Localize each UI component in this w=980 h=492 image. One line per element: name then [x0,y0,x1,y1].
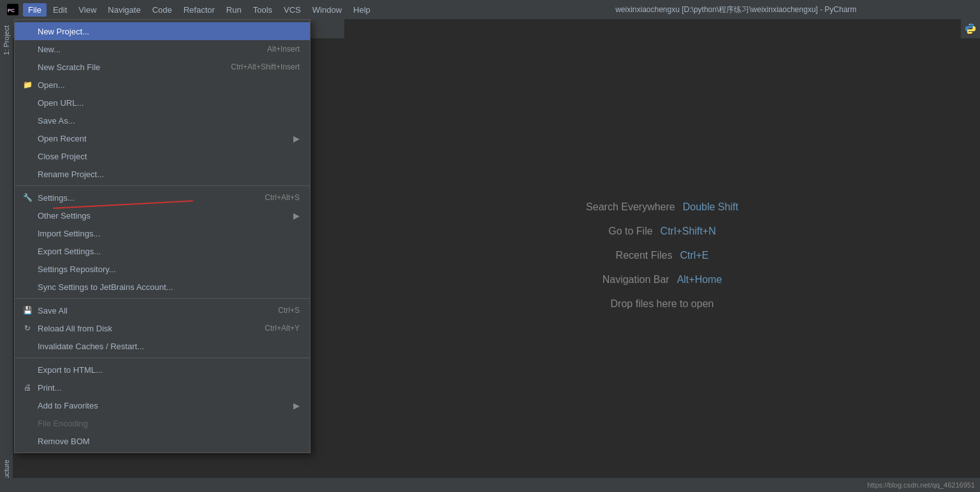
window-title: weixinxiaochengxu [D:\python\程序练习\weixin… [499,4,974,15]
wrench-icon: 🔧 [22,193,33,202]
new-scratch-shortcut: Ctrl+Alt+Shift+Insert [231,62,300,71]
open-url-label: Open URL... [38,98,300,108]
file-encoding-label: File Encoding [38,419,300,428]
menu-file[interactable]: File [23,3,47,17]
save-icon: 💾 [22,306,33,315]
menu-item-new-scratch-file[interactable]: New Scratch File Ctrl+Alt+Shift+Insert [15,58,310,76]
save-all-shortcut: Ctrl+S [278,306,300,315]
menu-item-add-to-favorites[interactable]: Add to Favorites ▶ [15,396,310,414]
new-scratch-file-label: New Scratch File [38,62,231,72]
settings-shortcut: Ctrl+Alt+S [265,193,300,202]
menu-item-settings-repository[interactable]: Settings Repository... [15,260,310,278]
title-bar: PC File Edit View Navigate Code Refactor… [0,0,980,19]
menu-view[interactable]: View [73,3,101,17]
menu-item-remove-bom[interactable]: Remove BOM [15,432,310,450]
export-html-label: Export to HTML... [38,365,300,375]
menu-item-print[interactable]: 🖨 Print... [15,379,310,396]
menu-help[interactable]: Help [348,3,376,17]
file-dropdown-menu: New Project... New... Alt+Insert New Scr… [14,19,311,453]
menu-item-rename-project[interactable]: Rename Project... [15,165,310,183]
app-logo: PC [6,3,19,16]
new-project-label: New Project... [38,27,300,36]
menu-item-open-url[interactable]: Open URL... [15,94,310,112]
menubar: File Edit View Navigate Code Refactor Ru… [23,3,499,17]
menu-item-export-html[interactable]: Export to HTML... [15,361,310,379]
dropdown-overlay: New Project... New... Alt+Insert New Scr… [0,19,980,492]
sync-settings-label: Sync Settings to JetBrains Account... [38,282,300,292]
separator-2 [15,298,310,299]
menu-item-import-settings[interactable]: Import Settings... [15,224,310,242]
menu-item-new-project[interactable]: New Project... [15,22,310,40]
print-label: Print... [38,383,300,393]
save-as-label: Save As... [38,116,300,126]
menu-item-invalidate-caches[interactable]: Invalidate Caches / Restart... [15,337,310,355]
menu-item-open-recent[interactable]: Open Recent ▶ [15,129,310,147]
menu-tools[interactable]: Tools [248,3,277,17]
menu-item-close-project[interactable]: Close Project [15,147,310,165]
reload-icon: ↻ [22,324,33,333]
add-to-favorites-arrow: ▶ [293,401,300,410]
menu-refactor[interactable]: Refactor [179,3,220,17]
other-settings-arrow: ▶ [293,211,300,221]
settings-label: Settings... [38,193,265,203]
menu-item-export-settings[interactable]: Export Settings... [15,242,310,260]
menu-item-save-all[interactable]: 💾 Save All Ctrl+S [15,301,310,319]
menu-code[interactable]: Code [147,3,177,17]
menu-item-settings[interactable]: 🔧 Settings... Ctrl+Alt+S [15,189,310,206]
export-settings-label: Export Settings... [38,247,300,256]
settings-repo-label: Settings Repository... [38,264,300,274]
remove-bom-label: Remove BOM [38,437,300,446]
folder-icon: 📁 [22,80,33,89]
menu-item-reload-disk[interactable]: ↻ Reload All from Disk Ctrl+Alt+Y [15,319,310,337]
menu-item-open[interactable]: 📁 Open... [15,76,310,94]
menu-item-save-as[interactable]: Save As... [15,112,310,129]
rename-project-label: Rename Project... [38,170,300,179]
menu-vcs[interactable]: VCS [279,3,306,17]
svg-text:PC: PC [8,8,15,13]
reload-disk-label: Reload All from Disk [38,324,265,333]
close-project-label: Close Project [38,152,300,161]
separator-1 [15,185,310,186]
menu-window[interactable]: Window [307,3,347,17]
save-all-label: Save All [38,306,278,315]
add-to-favorites-label: Add to Favorites [38,401,293,410]
menu-navigate[interactable]: Navigate [103,3,145,17]
menu-edit[interactable]: Edit [48,3,72,17]
invalidate-caches-label: Invalidate Caches / Restart... [38,342,300,351]
import-settings-label: Import Settings... [38,229,300,238]
menu-item-new[interactable]: New... Alt+Insert [15,40,310,58]
menu-item-other-settings[interactable]: Other Settings ▶ [15,206,310,224]
other-settings-label: Other Settings [38,211,293,221]
new-shortcut: Alt+Insert [267,45,300,54]
separator-3 [15,358,310,358]
open-recent-arrow: ▶ [293,134,300,143]
reload-disk-shortcut: Ctrl+Alt+Y [265,324,300,333]
open-recent-label: Open Recent [38,134,293,143]
menu-item-file-encoding: File Encoding [15,414,310,432]
print-icon: 🖨 [22,383,33,392]
menu-run[interactable]: Run [221,3,247,17]
open-label: Open... [38,80,300,90]
new-label: New... [38,45,267,54]
menu-item-sync-settings[interactable]: Sync Settings to JetBrains Account... [15,278,310,296]
